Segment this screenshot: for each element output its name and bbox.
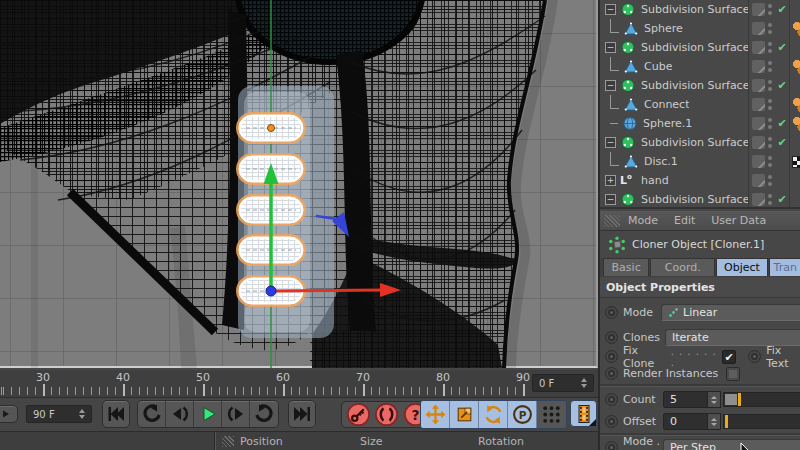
enabled-check-icon[interactable]: ✔ [775, 41, 789, 54]
enabled-check-icon[interactable]: ✔ [775, 3, 789, 16]
object-row[interactable]: Sphere [600, 19, 800, 38]
offset-slider[interactable] [723, 414, 800, 429]
panel-grip[interactable] [222, 436, 234, 447]
layer-swatch[interactable] [752, 193, 765, 206]
visibility-dots[interactable] [768, 137, 772, 148]
layer-swatch[interactable] [752, 60, 765, 73]
visibility-dots[interactable] [768, 118, 772, 129]
goto-end-button[interactable] [288, 400, 316, 428]
collapse-icon[interactable]: − [605, 194, 616, 205]
render-preview-button[interactable] [570, 400, 597, 427]
visibility-dots[interactable] [768, 23, 772, 34]
tab-transform[interactable]: Tran [769, 258, 800, 276]
spinner-arrows[interactable] [79, 409, 85, 419]
object-row[interactable]: Disc.1 [600, 152, 800, 171]
object-row[interactable]: − Subdivision Surface.5 ✔ [600, 76, 800, 95]
timeline-mini-button[interactable] [0, 405, 18, 423]
next-frame-button[interactable] [222, 401, 250, 427]
timeline-ruler[interactable]: 30 40 50 60 70 80 90 0 F [0, 370, 598, 398]
count-value-field[interactable]: 5 [663, 391, 708, 408]
collapse-icon[interactable]: − [605, 137, 616, 148]
tab-object[interactable]: Object [716, 258, 767, 276]
enabled-check-icon[interactable]: ✔ [775, 117, 789, 130]
menu-mode[interactable]: Mode [628, 214, 658, 227]
mode-dropdown[interactable]: Linear [661, 304, 800, 321]
layer-swatch[interactable] [752, 41, 765, 54]
object-row[interactable]: Cube [600, 57, 800, 76]
layer-swatch[interactable] [752, 79, 765, 92]
offset-value-field[interactable]: 0 [663, 413, 708, 430]
visibility-dots[interactable] [768, 80, 772, 91]
layer-swatch[interactable] [752, 22, 765, 35]
object-row[interactable]: − Subdivision Surface.7 ✔ [600, 0, 800, 19]
object-row[interactable]: − Subdivision Surface.6 ✔ [600, 38, 800, 57]
key-pla-toggle[interactable] [537, 401, 566, 428]
viewport-3d[interactable] [0, 0, 598, 368]
layer-swatch[interactable] [752, 136, 765, 149]
count-spinner[interactable] [708, 391, 721, 408]
key-parameter-toggle[interactable]: P [508, 401, 537, 428]
visibility-dots[interactable] [768, 175, 772, 186]
keyframe-radio[interactable] [748, 350, 761, 363]
current-frame-field[interactable]: 0 F [532, 374, 594, 392]
keyframe-radio[interactable] [605, 367, 618, 380]
layer-swatch[interactable] [752, 155, 765, 168]
goto-start-button[interactable] [102, 400, 130, 428]
menu-user-data[interactable]: User Data [711, 214, 766, 227]
key-position-toggle[interactable] [421, 401, 450, 428]
layer-swatch[interactable] [752, 98, 765, 111]
spinner-arrows[interactable] [581, 378, 587, 388]
clone-count-handle[interactable] [268, 125, 275, 132]
step-mode-dropdown[interactable]: Per Step [663, 439, 800, 450]
keyframe-radio[interactable] [605, 393, 618, 406]
origin-handle[interactable] [266, 286, 276, 296]
count-slider[interactable] [723, 392, 800, 407]
object-row[interactable]: Connect [600, 95, 800, 114]
material-tag-icon[interactable] [792, 59, 800, 75]
collapse-icon[interactable]: − [605, 42, 616, 53]
object-row[interactable]: − Subdivision Surface ✔ [600, 190, 800, 209]
play-button[interactable] [194, 401, 222, 427]
enabled-check-icon[interactable]: ✔ [775, 193, 789, 206]
object-row[interactable]: − Subdivision Surface.4 ✔ [600, 133, 800, 152]
offset-spinner[interactable] [708, 413, 721, 430]
enabled-check-icon[interactable]: ✔ [775, 136, 789, 149]
enabled-check-icon[interactable]: ✔ [775, 79, 789, 92]
visibility-dots[interactable] [768, 42, 772, 53]
fix-clone-checkbox[interactable]: ✔ [722, 350, 736, 364]
visibility-dots[interactable] [768, 156, 772, 167]
texture-tag-icon[interactable] [792, 156, 800, 168]
layer-swatch[interactable] [752, 174, 765, 187]
object-row[interactable]: + Lo hand [600, 171, 800, 190]
render-instances-checkbox[interactable] [726, 367, 740, 381]
tab-coord[interactable]: Coord. [650, 258, 715, 276]
visibility-dots[interactable] [768, 4, 772, 15]
keyframe-radio[interactable] [605, 331, 618, 344]
collapse-icon[interactable]: − [605, 4, 616, 15]
keyframe-radio[interactable] [605, 306, 618, 319]
keyframe-radio[interactable] [605, 441, 618, 450]
material-tag-icon[interactable] [792, 97, 800, 113]
tab-basic[interactable]: Basic [603, 258, 649, 276]
panel-grip[interactable] [604, 215, 620, 227]
next-key-button[interactable] [250, 401, 278, 427]
material-tag-icon[interactable] [792, 21, 800, 37]
collapse-icon[interactable]: − [605, 80, 616, 91]
autokey-button[interactable] [374, 402, 399, 427]
visibility-dots[interactable] [768, 194, 772, 205]
record-keyframe-button[interactable] [346, 402, 371, 427]
key-scale-toggle[interactable] [450, 401, 479, 428]
visibility-dots[interactable] [768, 61, 772, 72]
key-rotation-toggle[interactable] [479, 401, 508, 428]
keyframe-radio[interactable] [605, 350, 618, 363]
keyframe-radio[interactable] [605, 415, 618, 428]
visibility-dots[interactable] [768, 99, 772, 110]
end-frame-field[interactable]: 90 F [26, 405, 92, 423]
object-row[interactable]: Sphere.1 ✔ [600, 114, 800, 133]
material-tag-icon[interactable] [792, 116, 800, 132]
prev-frame-button[interactable] [166, 401, 194, 427]
prev-key-button[interactable] [138, 401, 166, 427]
layer-swatch[interactable] [752, 3, 765, 16]
menu-edit[interactable]: Edit [674, 214, 695, 227]
expand-icon[interactable]: + [605, 175, 616, 186]
